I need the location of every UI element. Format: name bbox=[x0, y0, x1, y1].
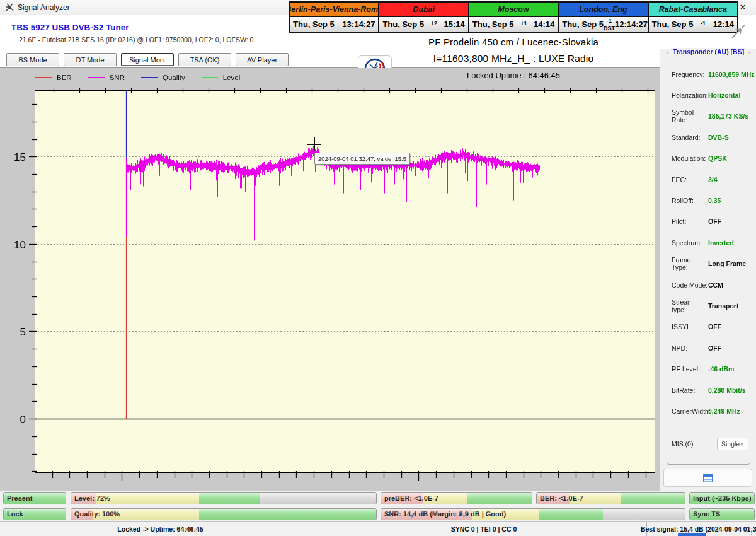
tab-bs-mode[interactable]: BS Mode bbox=[6, 53, 59, 66]
tab-dt-mode[interactable]: DT Mode bbox=[64, 53, 117, 66]
transponder-row: Pilot:OFF bbox=[672, 211, 748, 232]
crosshair-cursor bbox=[307, 137, 321, 151]
transponder-row: Spectrum:Inverted bbox=[672, 232, 748, 253]
mis-value: Single bbox=[721, 440, 740, 448]
input-bar: Input (~235 Kbps) bbox=[689, 492, 755, 504]
chevron-down-icon: ∨ bbox=[740, 441, 744, 447]
transponder-row: NPD:OFF bbox=[672, 337, 748, 358]
tuner-name: TBS 5927 USB DVB-S2 Tuner bbox=[11, 23, 129, 32]
clock-time-row: Thu, Sep 5+215:14 bbox=[379, 17, 467, 32]
site-title: PF Prodelin 450 cm / Lucenec-Slovakia bbox=[353, 37, 674, 47]
chart-legend: BERSNRQualityLevel bbox=[35, 71, 256, 84]
transponder-panel: Transponder (AU) [BS] Frequency:11603,85… bbox=[660, 49, 756, 491]
transponder-row: BitRate:0,280 Mbit/s bbox=[672, 380, 748, 400]
transponder-row: ISSYIOFF bbox=[672, 317, 748, 337]
mode-tabs: BS ModeDT ModeSignal Mon.TSA (OK)AV Play… bbox=[6, 53, 289, 66]
transponder-row: FEC:3/4 bbox=[672, 169, 748, 190]
legend-item-ber: BER bbox=[35, 74, 72, 81]
clock-time-row: Thu, Sep 5-1DST12:14:27 bbox=[559, 17, 647, 32]
resize-arrow-icon[interactable] bbox=[730, 24, 746, 42]
transponder-row: CarrierWidth:0,249 MHz bbox=[672, 400, 748, 421]
transponder-row: Frame Type:Long Frame bbox=[672, 253, 748, 274]
transponder-row: Frequency:11603,859 MHz bbox=[672, 64, 748, 84]
resize-grip[interactable] bbox=[751, 532, 752, 533]
transponder-row: Code Mode:CCM bbox=[672, 274, 748, 295]
present-bar: Present bbox=[3, 492, 66, 504]
close-button[interactable]: ✕ bbox=[737, 3, 748, 14]
clock-city-label: Dubai bbox=[379, 3, 467, 17]
status-uptime: Locked -> Uptime: 64:46:45 bbox=[0, 522, 321, 536]
locked-uptime: Locked Uptime : 64:46:45 bbox=[353, 71, 674, 80]
window-title: Signal Analyzer bbox=[18, 3, 70, 12]
value-tooltip: 2024-09-04 01.32.47, value: 15,5 bbox=[314, 153, 410, 165]
legend-swatch bbox=[88, 77, 105, 78]
clock-city-label: Berlin-Paris-Vienna-Roma bbox=[290, 3, 378, 17]
app-icon bbox=[5, 3, 14, 15]
transponder-row: RF Level:-46 dBm bbox=[672, 358, 748, 379]
legend-swatch bbox=[202, 77, 218, 78]
transponder-row: Standard:DVB-S bbox=[672, 127, 748, 148]
divider bbox=[0, 49, 756, 49]
clock-rabat-casablanca: Rabat-CasablancaThu, Sep 5-112:14 bbox=[649, 3, 737, 32]
legend-swatch bbox=[35, 77, 52, 78]
level-bar: Level: 72% bbox=[71, 492, 377, 504]
clock-london-eng: London, EngThu, Sep 5-1DST12:14:27 bbox=[559, 3, 648, 32]
transponder-row: Stream type:Transport bbox=[672, 295, 748, 316]
export-table-button[interactable] bbox=[663, 469, 752, 487]
preber-bar: preBER: <1.0E-7 bbox=[381, 492, 532, 504]
transponder-row: RollOff:0.35 bbox=[672, 190, 748, 211]
legend-item-snr: SNR bbox=[88, 74, 125, 81]
clock-berlin-paris-vienna-roma: Berlin-Paris-Vienna-RomaThu, Sep 513:14:… bbox=[290, 3, 379, 32]
status-sync-counters: SYNC 0 | TEI 0 | CC 0 bbox=[321, 522, 647, 536]
tab-av-player[interactable]: AV Player bbox=[236, 53, 289, 66]
clock-city-label: Rabat-Casablanca bbox=[649, 3, 737, 17]
transponder-row: Modulation:QPSK bbox=[672, 148, 748, 169]
status-bar: Locked -> Uptime: 64:46:45 SYNC 0 | TEI … bbox=[0, 521, 756, 536]
clock-time-row: Thu, Sep 513:14:27 bbox=[290, 17, 378, 32]
clock-city-label: Moscow bbox=[469, 3, 558, 17]
clock-dubai: DubaiThu, Sep 5+215:14 bbox=[379, 3, 469, 32]
sync-ts-bar: Sync TS bbox=[689, 508, 755, 520]
legend-item-level: Level bbox=[202, 74, 241, 81]
transponder-groupbox: Transponder (AU) [BS] Frequency:11603,85… bbox=[667, 52, 750, 465]
clock-time-row: Thu, Sep 5-112:14 bbox=[649, 17, 737, 32]
signal-chart[interactable] bbox=[0, 68, 660, 491]
lock-bar: Lock bbox=[3, 508, 66, 520]
transponder-row: Symbol Rate:185,173 KS/s bbox=[672, 106, 748, 127]
chart-panel bbox=[0, 68, 660, 491]
clock-city-label: London, Eng bbox=[559, 3, 647, 17]
tab-tsa-ok-[interactable]: TSA (OK) bbox=[178, 53, 231, 66]
transponder-row: Polarization:Horizontal bbox=[672, 84, 748, 105]
table-icon bbox=[702, 473, 714, 483]
snr-bar: SNR: 14,4 dB (Margin: 8,9 dB | Good) bbox=[381, 508, 685, 520]
legend-item-quality: Quality bbox=[141, 74, 185, 81]
tab-signal-mon-[interactable]: Signal Mon. bbox=[121, 53, 174, 66]
world-clocks: Berlin-Paris-Vienna-RomaThu, Sep 513:14:… bbox=[289, 1, 738, 33]
legend-swatch bbox=[141, 77, 158, 78]
quality-bar: Quality: 100% bbox=[71, 508, 377, 520]
mis-label: MIS (0): bbox=[672, 440, 708, 448]
transponder-title: Transponder (AU) [BS] bbox=[671, 48, 746, 55]
clock-moscow: MoscowThu, Sep 5+114:14 bbox=[469, 3, 559, 32]
ber-bar: BER: <1.0E-7 bbox=[536, 492, 685, 504]
carrier-title: f=11603,800 MHz_H_ : LUXE Radio bbox=[353, 53, 674, 64]
mis-dropdown[interactable]: Single ∨ bbox=[717, 438, 748, 450]
tuner-details: 21.6E - Eutelsat 21B SES 16 (ID: 0216) @… bbox=[19, 36, 253, 44]
taskbar-fragment bbox=[678, 533, 706, 536]
clock-time-row: Thu, Sep 5+114:14 bbox=[469, 17, 558, 32]
